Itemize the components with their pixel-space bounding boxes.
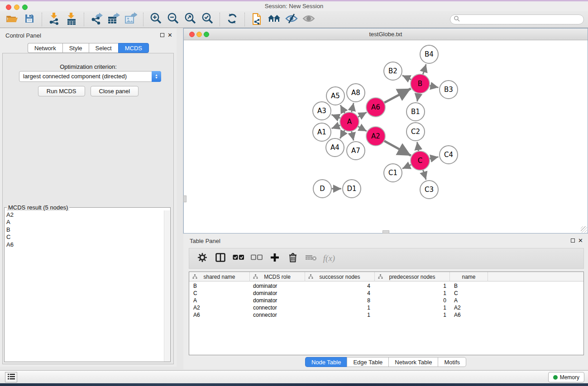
result-item[interactable]: A6 (6, 241, 14, 248)
graph-edge-A-A6[interactable] (358, 112, 366, 117)
minimize-window-button[interactable] (14, 5, 19, 10)
result-item[interactable]: A2 (6, 211, 14, 219)
table-row[interactable]: A dominator 8 0 A (189, 297, 583, 304)
graph-node-label-C2: C2 (411, 128, 420, 136)
import-network-button[interactable] (46, 12, 63, 27)
select-stepper-icon: ▲▼ (152, 71, 161, 82)
export-network-button[interactable] (88, 12, 105, 27)
hide-panel-button[interactable] (283, 12, 300, 27)
close-window-button[interactable] (6, 5, 11, 10)
unselect-all-columns-button[interactable] (251, 253, 263, 264)
search-input[interactable] (460, 16, 573, 23)
graph-edge-A-A8[interactable] (351, 103, 354, 112)
tab-edge-table[interactable]: Edge Table (347, 357, 388, 367)
select-all-columns-button[interactable] (233, 253, 244, 264)
network-close-button[interactable] (189, 32, 195, 37)
node-table: shared name MCDS role successor nodes pr… (189, 272, 584, 355)
zoom-out-icon (167, 12, 179, 27)
show-panel-button[interactable] (300, 12, 317, 27)
export-table-button[interactable] (105, 12, 122, 27)
result-item[interactable]: B (6, 226, 14, 234)
tab-style[interactable]: Style (62, 43, 89, 53)
table-toolbar: f(x) (189, 248, 584, 269)
network-zoom-button[interactable] (204, 32, 209, 37)
delete-table-button[interactable] (305, 253, 317, 264)
graph-edge-B-B4[interactable] (423, 64, 426, 75)
close-table-panel-icon[interactable]: ✕ (578, 237, 583, 244)
mcds-result-list[interactable]: A2 A B C A6 (6, 211, 14, 248)
column-header-predecessor-nodes[interactable]: predecessor nodes (375, 272, 450, 281)
memory-status-icon (553, 375, 558, 380)
window-resize-grip[interactable] (581, 226, 587, 233)
zoom-window-button[interactable] (22, 5, 28, 10)
close-panel-button[interactable]: Close panel (91, 86, 139, 96)
export-image-button[interactable] (122, 12, 139, 27)
graph-edge-A-A4[interactable] (340, 130, 344, 138)
create-column-button[interactable] (269, 253, 281, 264)
window-left-gripper[interactable] (183, 195, 186, 202)
column-header-name[interactable]: name (450, 272, 488, 281)
column-header-successor-nodes[interactable]: successor nodes (305, 272, 375, 281)
tab-select[interactable]: Select (89, 43, 118, 53)
zoom-out-button[interactable] (164, 12, 182, 27)
zoom-fit-button[interactable] (182, 12, 199, 27)
graph-edge-C-C2[interactable] (417, 142, 419, 152)
delete-column-button[interactable] (287, 253, 299, 264)
graph-edge-C-C3[interactable] (423, 170, 426, 180)
float-panel-icon[interactable] (160, 33, 164, 37)
network-window-titlebar[interactable]: testGlobe.txt (184, 29, 588, 40)
tab-mcds[interactable]: MCDS (118, 43, 149, 53)
graph-node-label-B1: B1 (411, 108, 420, 116)
cybrowser-button[interactable] (266, 12, 283, 27)
memory-label: Memory (560, 374, 579, 381)
tab-network[interactable]: Network (28, 43, 62, 53)
result-scrollbar[interactable] (164, 210, 170, 362)
result-item[interactable]: C (6, 234, 14, 241)
zoom-in-button[interactable] (147, 12, 164, 27)
cell-shared-name: C (193, 290, 197, 297)
graph-edge-A6-B[interactable] (384, 89, 411, 103)
run-mcds-button[interactable]: Run MCDS (38, 86, 85, 96)
open-session-button[interactable] (4, 12, 21, 27)
float-table-panel-icon[interactable] (571, 238, 575, 243)
graph-edge-A-A3[interactable] (331, 114, 340, 118)
graph-edge-A2-C[interactable] (384, 141, 411, 156)
graph-edge-A-A5[interactable] (340, 105, 345, 113)
memory-button[interactable]: Memory (548, 372, 584, 382)
window-bottom-gripper[interactable] (382, 230, 389, 234)
show-column-panel-button[interactable] (215, 253, 226, 264)
graph-edge-A-A7[interactable] (351, 131, 354, 141)
table-row[interactable]: C dominator 4 1 C (189, 290, 583, 297)
cell-name: B (454, 282, 458, 290)
app-title: Session: New Session (0, 1, 588, 11)
import-table-button[interactable] (63, 12, 80, 27)
function-builder-button[interactable]: f(x) (323, 253, 335, 264)
toolbar-search-field[interactable] (450, 14, 584, 24)
criterion-select[interactable]: largest connected component (directed) ▲… (19, 71, 161, 82)
table-row[interactable]: B dominator 4 1 B (189, 282, 583, 290)
tab-network-table[interactable]: Network Table (388, 357, 438, 367)
task-history-button[interactable] (5, 372, 17, 382)
new-network-from-selection-button[interactable] (249, 12, 266, 27)
save-session-button[interactable] (21, 12, 38, 27)
network-minimize-button[interactable] (196, 32, 202, 37)
column-header-shared-name[interactable]: shared name (189, 272, 250, 281)
graph-edge-B-B2[interactable] (402, 76, 411, 80)
graph-edge-C-C1[interactable] (402, 165, 411, 169)
graph-edge-B-B1[interactable] (417, 93, 419, 102)
zoom-selected-button[interactable] (199, 12, 216, 27)
tab-node-table[interactable]: Node Table (305, 357, 347, 367)
close-panel-icon[interactable]: ✕ (167, 32, 172, 38)
graph-edge-B-B3[interactable] (430, 86, 439, 87)
table-row[interactable]: A6 connector 1 1 A6 (189, 311, 583, 319)
refresh-view-button[interactable] (224, 12, 241, 27)
graph-edge-A-A2[interactable] (358, 126, 366, 131)
table-row[interactable]: A2 connector 1 1 A2 (189, 304, 583, 311)
table-options-button[interactable] (196, 253, 208, 264)
network-canvas[interactable]: B4B2BB3A5A8A6A3B1AA1C2A2A4A7CC4C1C3DD1 (184, 40, 588, 233)
graph-edge-A-A1[interactable] (332, 125, 341, 128)
tab-motifs[interactable]: Motifs (438, 357, 466, 367)
result-item[interactable]: A (6, 219, 14, 226)
graph-edge-C-C4[interactable] (430, 157, 439, 159)
column-header-mcds-role[interactable]: MCDS role (250, 272, 305, 281)
